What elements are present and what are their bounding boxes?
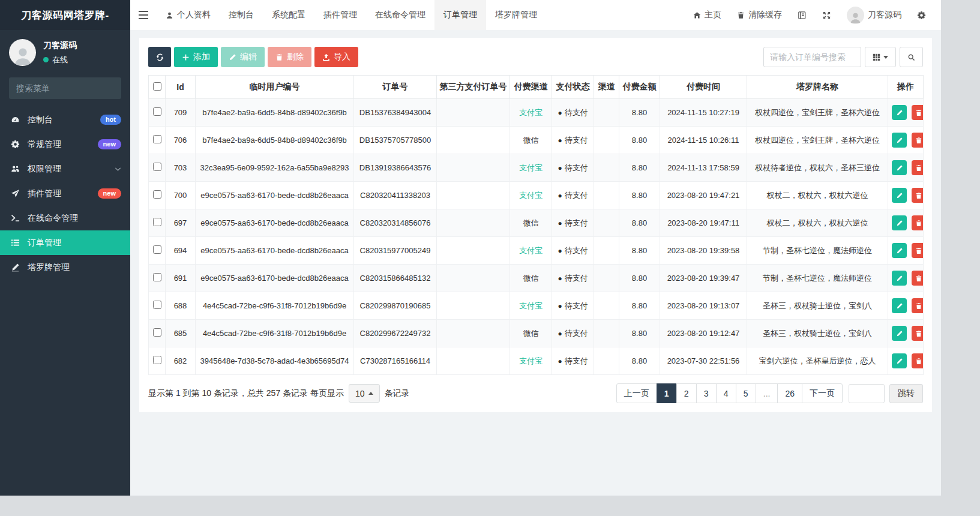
topbar-item-dashboard[interactable]: 控制台 <box>220 0 263 30</box>
language-button[interactable] <box>790 11 814 20</box>
column-header-order-no[interactable]: 订单号 <box>354 76 437 99</box>
table-row[interactable]: 682 3945648e-7d38-5c78-adad-4e3b65695d74… <box>149 347 924 375</box>
row-checkbox[interactable] <box>153 163 161 171</box>
sidebar-search-input[interactable] <box>16 83 125 93</box>
topbar-tab-orders[interactable]: 订单管理 <box>434 0 486 30</box>
row-checkbox[interactable] <box>153 218 161 226</box>
page-button-2[interactable]: 2 <box>676 383 697 403</box>
row-delete-button[interactable] <box>912 215 924 230</box>
row-checkbox[interactable] <box>153 273 161 281</box>
column-header-amount[interactable]: 付费金额 <box>619 76 660 99</box>
column-header-time[interactable]: 付费时间 <box>660 76 747 99</box>
row-edit-button[interactable] <box>892 353 907 368</box>
column-header-third-no[interactable]: 第三方支付订单号 <box>437 76 510 99</box>
columns-button[interactable] <box>865 47 896 67</box>
table-row[interactable]: 688 4e4c5cad-72be-c9f6-31f8-7012b19b6d9e… <box>149 292 924 320</box>
row-checkbox[interactable] <box>153 301 161 309</box>
row-checkbox[interactable] <box>153 135 161 143</box>
row-edit-button[interactable] <box>892 133 907 148</box>
cell-id: 706 <box>166 127 196 154</box>
row-edit-button[interactable] <box>892 326 907 341</box>
content-area: 添加 编辑 删除 导入 <box>130 30 941 496</box>
table-row[interactable]: 700 e9ce0575-aa63-6170-bede-dcd8b26eaaca… <box>149 182 924 209</box>
column-header-user-no[interactable]: 临时用户编号 <box>196 76 354 99</box>
row-edit-button[interactable] <box>892 188 907 203</box>
delete-button[interactable]: 删除 <box>268 47 311 67</box>
sidebar-toggle-button[interactable] <box>130 0 157 30</box>
cell-tarot: 节制，圣杯七逆位，魔法师逆位 <box>747 237 888 265</box>
column-header-qudao[interactable]: 渠道 <box>594 76 619 99</box>
table-row[interactable]: 709 b7fe4ae2-ba9a-6dd5-84b8-d89402c36f9b… <box>149 99 924 127</box>
order-search-input[interactable] <box>763 47 861 67</box>
prev-page-button[interactable]: 上一页 <box>616 383 657 403</box>
sidebar-item-dashboard[interactable]: 控制台 hot <box>0 107 130 132</box>
fullscreen-button[interactable] <box>814 11 839 20</box>
column-header-id[interactable]: Id <box>166 76 196 99</box>
table-row[interactable]: 706 b7fe4ae2-ba9a-6dd5-84b8-d89402c36f9b… <box>149 127 924 154</box>
refresh-button[interactable] <box>148 47 171 67</box>
next-page-button[interactable]: 下一页 <box>802 383 843 403</box>
search-button[interactable] <box>900 47 923 67</box>
row-delete-button[interactable] <box>912 271 924 286</box>
table-row[interactable]: 691 e9ce0575-aa63-6170-bede-dcd8b26eaaca… <box>149 265 924 292</box>
edit-button[interactable]: 编辑 <box>221 47 265 67</box>
topbar-item-profile[interactable]: 个人资料 <box>157 0 220 30</box>
sidebar-item-plugins[interactable]: 插件管理 new <box>0 181 130 206</box>
row-edit-button[interactable] <box>892 271 907 286</box>
sidebar-item-permissions[interactable]: 权限管理 <box>0 157 130 181</box>
row-delete-button[interactable] <box>912 160 924 175</box>
home-button[interactable]: 主页 <box>685 10 729 20</box>
page-button-5[interactable]: 5 <box>736 383 756 403</box>
row-edit-button[interactable] <box>892 243 907 258</box>
row-checkbox[interactable] <box>153 356 161 364</box>
import-button[interactable]: 导入 <box>314 47 358 67</box>
page-button-4[interactable]: 4 <box>716 383 736 403</box>
trash-icon <box>915 302 922 310</box>
table-row[interactable]: 694 e9ce0575-aa63-6170-bede-dcd8b26eaaca… <box>149 237 924 265</box>
table-row[interactable]: 697 e9ce0575-aa63-6170-bede-dcd8b26eaaca… <box>149 209 924 237</box>
row-checkbox[interactable] <box>153 328 161 337</box>
sidebar-item-orders[interactable]: 订单管理 <box>0 230 130 255</box>
page-button-1[interactable]: 1 <box>657 383 677 403</box>
page-size-select[interactable]: 10 <box>349 384 380 403</box>
sidebar-item-general[interactable]: 常规管理 new <box>0 132 130 157</box>
status-dot-icon: ● <box>558 274 562 283</box>
sidebar-item-tarot[interactable]: 塔罗牌管理 <box>0 255 130 280</box>
cell-time: 2023-08-20 19:39:58 <box>660 237 747 265</box>
select-all-checkbox[interactable] <box>153 82 161 91</box>
topbar-item-sysconfig[interactable]: 系统配置 <box>263 0 314 30</box>
row-edit-button[interactable] <box>892 298 907 313</box>
row-edit-button[interactable] <box>892 105 907 120</box>
row-delete-button[interactable] <box>912 243 924 258</box>
settings-button[interactable] <box>909 11 934 20</box>
row-delete-button[interactable] <box>912 326 924 341</box>
page-button-3[interactable]: 3 <box>696 383 717 403</box>
row-checkbox[interactable] <box>153 245 161 254</box>
row-checkbox[interactable] <box>153 107 161 116</box>
row-delete-button[interactable] <box>912 105 924 120</box>
topbar-item-plugins[interactable]: 插件管理 <box>314 0 366 30</box>
column-header-channel[interactable]: 付费渠道 <box>510 76 552 99</box>
topbar-item-tarot[interactable]: 塔罗牌管理 <box>486 0 546 30</box>
row-delete-button[interactable] <box>912 298 924 313</box>
jump-button[interactable]: 跳转 <box>889 384 923 403</box>
table-row[interactable]: 685 4e4c5cad-72be-c9f6-31f8-7012b19b6d9e… <box>149 320 924 347</box>
row-edit-button[interactable] <box>892 215 907 230</box>
page-button-26[interactable]: 26 <box>777 383 802 403</box>
topbar-item-commands[interactable]: 在线命令管理 <box>366 0 434 30</box>
new-badge: new <box>98 139 121 149</box>
row-delete-button[interactable] <box>912 133 924 148</box>
row-edit-button[interactable] <box>892 160 907 175</box>
sidebar-item-commands[interactable]: 在线命令管理 <box>0 206 130 230</box>
column-header-tarot[interactable]: 塔罗牌名称 <box>747 76 888 99</box>
topbar-user[interactable]: 刀客源码 <box>839 7 909 24</box>
row-delete-button[interactable] <box>912 188 924 203</box>
table-row[interactable]: 703 32c3ea95-6e09-9592-162a-6a55ba9e8293… <box>149 154 924 182</box>
cell-actions <box>888 99 924 127</box>
row-delete-button[interactable] <box>912 353 924 368</box>
add-button[interactable]: 添加 <box>174 47 218 67</box>
jump-page-input[interactable] <box>849 384 885 403</box>
clear-cache-button[interactable]: 清除缓存 <box>729 10 790 20</box>
row-checkbox[interactable] <box>153 190 161 199</box>
column-header-status[interactable]: 支付状态 <box>552 76 594 99</box>
